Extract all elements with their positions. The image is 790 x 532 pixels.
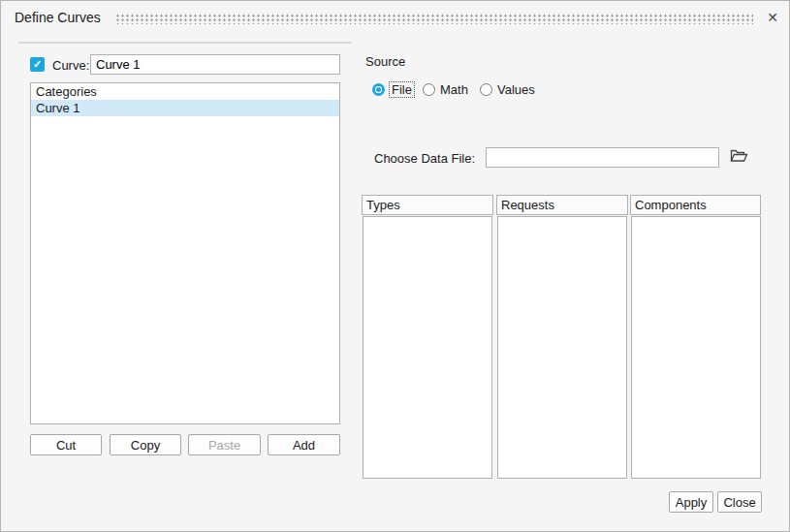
browse-file-button[interactable] [728, 148, 749, 166]
drag-handle-dots[interactable] [115, 13, 753, 24]
requests-listbox[interactable] [497, 216, 627, 479]
cut-button[interactable]: Cut [30, 434, 102, 455]
close-button[interactable]: Close [717, 491, 762, 513]
radio-values-label[interactable]: Values [497, 82, 535, 97]
dialog-title: Define Curves [15, 10, 101, 25]
requests-list-header: Requests [496, 195, 628, 215]
apply-button[interactable]: Apply [669, 491, 713, 513]
types-list-header: Types [362, 195, 493, 215]
curve-label: Curve: [52, 58, 89, 73]
list-item-curve-1[interactable]: Curve 1 [31, 100, 339, 116]
radio-math[interactable] [423, 83, 435, 96]
close-icon[interactable]: ✕ [763, 8, 782, 27]
title-divider [18, 42, 352, 44]
source-group-label: Source [365, 54, 405, 69]
components-list-header: Components [630, 195, 761, 215]
curve-name-input[interactable] [90, 54, 340, 75]
data-file-input[interactable] [486, 147, 719, 168]
radio-math-label[interactable]: Math [440, 82, 468, 97]
paste-button[interactable]: Paste [188, 434, 261, 455]
radio-file[interactable] [372, 83, 385, 96]
radio-file-label[interactable]: File [392, 82, 415, 97]
radio-values[interactable] [480, 83, 492, 96]
curve-checkbox[interactable]: ✓ [30, 57, 45, 72]
curve-listbox: Categories Curve 1 [30, 82, 340, 424]
types-listbox[interactable] [363, 216, 492, 479]
list-item-categories[interactable]: Categories [31, 83, 339, 100]
open-folder-icon [730, 151, 748, 166]
components-listbox[interactable] [631, 216, 761, 479]
copy-button[interactable]: Copy [110, 434, 181, 455]
add-button[interactable]: Add [268, 434, 340, 455]
define-curves-dialog: Define Curves ✕ ✓ Curve: Categories Curv… [0, 0, 790, 532]
choose-data-file-label: Choose Data File: [374, 151, 475, 166]
